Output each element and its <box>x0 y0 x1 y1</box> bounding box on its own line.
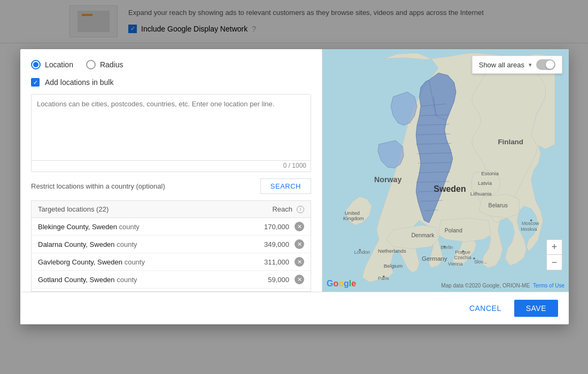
county-name-1: Dalarna County, Sweden <box>38 240 115 248</box>
county-name-2: Gavleborg County, Sweden <box>38 258 122 266</box>
county-type-0: county <box>119 223 140 231</box>
add-bulk-checkbox[interactable] <box>31 78 40 87</box>
table-row: Dalarna County, Sweden county 349,000 ✕ <box>32 236 311 253</box>
reach-info-icon: i <box>297 206 304 213</box>
add-bulk-label: Add locations in bulk <box>45 78 113 87</box>
svg-text:Lithuania: Lithuania <box>470 191 492 197</box>
show-areas-toggle[interactable] <box>536 59 555 70</box>
svg-text:Belarus: Belarus <box>489 202 508 208</box>
svg-point-26 <box>462 251 465 253</box>
locations-textarea[interactable] <box>32 95 311 159</box>
svg-text:Slov...: Slov... <box>474 259 487 264</box>
svg-point-24 <box>383 276 385 278</box>
svg-point-23 <box>359 249 361 251</box>
left-panel: Location Radius Add locations in bulk 0 … <box>20 49 322 292</box>
tab-location[interactable]: Location <box>31 60 73 69</box>
svg-text:Kingdom: Kingdom <box>343 215 364 221</box>
search-row: Restrict locations within a country (opt… <box>31 178 311 194</box>
row-right-3: 59,000 ✕ <box>268 275 304 284</box>
restrict-label: Restrict locations within a country (opt… <box>31 182 165 190</box>
location-name-2: Gavleborg County, Sweden county <box>38 258 145 266</box>
location-dialog: Location Radius Add locations in bulk 0 … <box>20 49 569 324</box>
location-name-1: Dalarna County, Sweden county <box>38 240 137 248</box>
row-right-1: 349,000 ✕ <box>264 239 304 249</box>
table-header-right: Reach i <box>272 205 304 213</box>
targeted-header: Targeted locations (22) <box>38 205 109 213</box>
show-areas-bar: Show all areas ▾ <box>472 56 562 74</box>
table-row: Blekinge County, Sweden county 170,000 ✕ <box>32 218 311 236</box>
map-zoom-controls: + − <box>546 239 562 270</box>
google-logo: Google <box>327 279 356 289</box>
map-data-text: Map data ©2020 Google, ORION-ME <box>441 283 530 289</box>
tab-location-label: Location <box>45 60 73 69</box>
svg-text:Moscow: Moscow <box>522 221 539 226</box>
search-button[interactable]: SEARCH <box>260 178 311 194</box>
remove-1[interactable]: ✕ <box>295 239 304 249</box>
cancel-button[interactable]: CANCEL <box>463 300 508 317</box>
row-right-2: 311,000 ✕ <box>264 257 304 267</box>
show-areas-label: Show all areas <box>479 61 524 69</box>
svg-text:Moskva: Moskva <box>521 227 537 232</box>
remove-2[interactable]: ✕ <box>295 257 304 267</box>
svg-point-28 <box>530 220 532 222</box>
reach-1: 349,000 <box>264 240 289 248</box>
map-svg: Sweden Norway Finland Estonia Latvia Lit… <box>322 49 569 292</box>
dialog-body: Location Radius Add locations in bulk 0 … <box>20 49 569 292</box>
svg-text:London: London <box>354 250 370 255</box>
radius-radio-circle[interactable] <box>86 60 96 69</box>
show-areas-arrow: ▾ <box>529 61 532 68</box>
svg-text:Estonia: Estonia <box>481 170 499 176</box>
dialog-footer: CANCEL SAVE <box>20 292 569 324</box>
svg-text:Vienna: Vienna <box>448 261 463 267</box>
svg-text:Germany: Germany <box>422 255 447 262</box>
map-panel: Sweden Norway Finland Estonia Latvia Lit… <box>322 49 569 292</box>
county-type-3: county <box>117 276 137 284</box>
tab-radius[interactable]: Radius <box>86 60 123 69</box>
svg-text:United: United <box>345 210 360 216</box>
remove-3[interactable]: ✕ <box>295 275 304 284</box>
county-type-1: county <box>117 240 137 248</box>
map-attribution: Google Map data ©2020 Google, ORION-ME T… <box>322 279 569 289</box>
table-row: Gotland County, Sweden county 59,000 ✕ <box>32 271 311 289</box>
reach-3: 59,000 <box>268 276 289 284</box>
location-name-3: Gotland County, Sweden county <box>38 276 137 284</box>
location-radio-dot <box>33 62 38 67</box>
svg-text:Berlin: Berlin <box>441 245 453 250</box>
tab-radius-label: Radius <box>100 60 123 69</box>
svg-point-25 <box>444 246 446 248</box>
reach-0: 170,000 <box>264 223 289 231</box>
table-header: Targeted locations (22) Reach i <box>32 201 311 218</box>
locations-table: Targeted locations (22) Reach i Blekinge… <box>31 200 311 292</box>
svg-text:Poland: Poland <box>445 227 462 233</box>
zoom-out-button[interactable]: − <box>547 255 562 270</box>
terms-link[interactable]: Terms of Use <box>533 283 564 289</box>
reach-header: Reach <box>272 205 292 213</box>
county-type-2: county <box>125 258 145 266</box>
zoom-in-button[interactable]: + <box>547 240 562 255</box>
svg-text:Czechia: Czechia <box>454 255 471 260</box>
svg-text:Finland: Finland <box>498 138 523 146</box>
svg-text:Sweden: Sweden <box>434 184 466 193</box>
location-type-tabs: Location Radius <box>31 60 311 69</box>
county-name-0: Blekinge County, Sweden <box>38 223 117 231</box>
table-row: Halland County, Sweden county 474,000 ✕ <box>32 289 311 292</box>
table-row: Gavleborg County, Sweden county 311,000 … <box>32 253 311 271</box>
map-data-row: Map data ©2020 Google, ORION-ME Terms of… <box>441 283 564 289</box>
char-count: 0 / 1000 <box>32 160 311 172</box>
remove-0[interactable]: ✕ <box>295 222 304 231</box>
svg-text:Netherlands: Netherlands <box>378 248 406 254</box>
svg-text:Denmark: Denmark <box>411 232 435 238</box>
county-name-3: Gotland County, Sweden <box>38 276 115 284</box>
locations-textarea-wrapper: 0 / 1000 <box>31 94 311 172</box>
toggle-knob <box>546 60 554 69</box>
save-button[interactable]: SAVE <box>514 300 558 317</box>
row-right-0: 170,000 ✕ <box>264 222 304 231</box>
reach-2: 311,000 <box>264 258 289 266</box>
svg-text:Latvia: Latvia <box>478 180 492 186</box>
add-bulk-row[interactable]: Add locations in bulk <box>31 78 311 87</box>
svg-text:Norway: Norway <box>374 175 402 184</box>
location-name-0: Blekinge County, Sweden county <box>38 223 140 231</box>
location-radio-circle[interactable] <box>31 60 41 69</box>
svg-text:Belgium: Belgium <box>384 263 403 269</box>
